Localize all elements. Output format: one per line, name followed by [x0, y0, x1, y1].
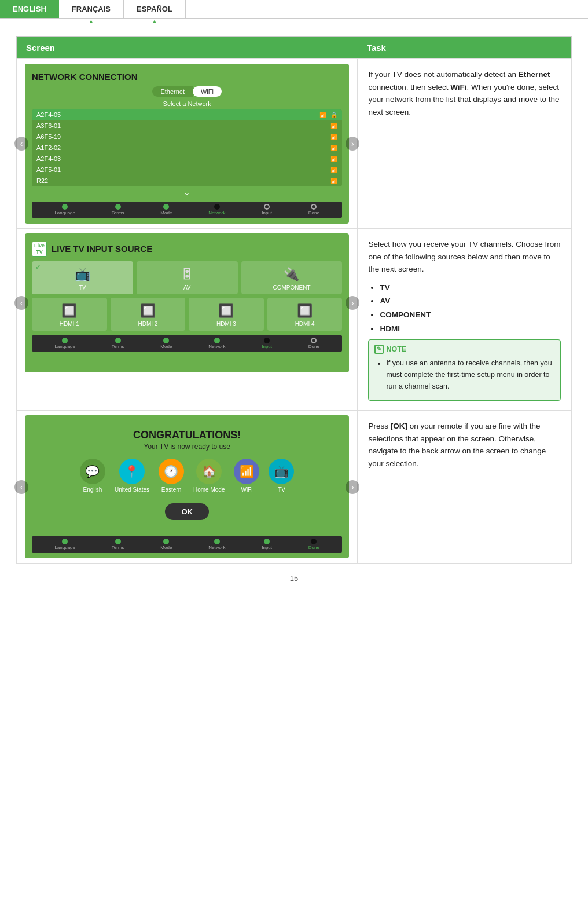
nav-dot: [62, 338, 68, 343]
network-item[interactable]: A2F4-03 📶: [32, 153, 342, 164]
note-box: ✎ NOTE If you use an antenna to receive …: [368, 339, 561, 401]
input-hdmi3[interactable]: 🔲 HDMI 3: [189, 298, 264, 331]
input-component[interactable]: 🔌 COMPONENT: [241, 261, 343, 294]
wifi-icon: 📶: [319, 112, 326, 118]
congrats-icon-unitedstates: 📍 United States: [115, 459, 149, 493]
wifi-icon: 📶: [330, 167, 337, 173]
screen-cell-congrats: ‹ CONGRATULATIONS! Your TV is now ready …: [17, 411, 358, 564]
network-tab-group: Ethernet WiFi: [32, 86, 342, 97]
network-panel: NETWORK CONNECTION Ethernet WiFi Select …: [25, 64, 349, 224]
nav-bar-livetv: Language Terms Mode: [32, 335, 342, 352]
nav-dot: [311, 539, 317, 544]
checkmark-icon: ✓: [35, 264, 41, 271]
unitedstates-icon: 📍: [119, 459, 145, 484]
nav-dot: [311, 338, 317, 343]
network-item[interactable]: A6F5-19 📶: [32, 131, 342, 142]
nav-dot: [214, 204, 220, 210]
ok-button[interactable]: OK: [165, 503, 209, 520]
congrats-icon-eastern: 🕐 Eastern: [159, 459, 184, 493]
network-title: NETWORK CONNECTION: [32, 72, 342, 82]
row-network-connection: ‹ NETWORK CONNECTION Ethernet WiFi Selec…: [17, 59, 572, 229]
network-item[interactable]: A3F6-01 📶: [32, 120, 342, 131]
ethernet-tab[interactable]: Ethernet: [152, 86, 193, 97]
network-item[interactable]: A1F2-02 📶: [32, 142, 342, 153]
nav-network: Network: [208, 204, 225, 215]
scroll-down-icon: ⌄: [32, 188, 342, 197]
congrats-icon-tv: 📺 TV: [269, 459, 294, 493]
congrats-arrow-right[interactable]: ›: [346, 480, 359, 494]
input-tv[interactable]: ✓ 📺 TV: [32, 261, 133, 294]
screen-wrapper-congrats: ‹ CONGRATULATIONS! Your TV is now ready …: [17, 415, 357, 558]
network-item[interactable]: A2F5-01 📶: [32, 164, 342, 175]
congrats-inner: CONGRATULATIONS! Your TV is now ready to…: [32, 423, 342, 532]
note-text: If you use an antenna to receive channel…: [386, 357, 554, 392]
network-arrow-left[interactable]: ‹: [14, 137, 28, 151]
note-label: ✎ NOTE: [374, 343, 554, 355]
espanol-arrow: ▲: [152, 19, 157, 24]
nav-done: Done: [308, 539, 319, 550]
nav-mode: Mode: [160, 539, 172, 550]
screen-cell-network: ‹ NETWORK CONNECTION Ethernet WiFi Selec…: [17, 59, 358, 229]
nav-terms: Terms: [112, 539, 124, 550]
note-icon: ✎: [374, 345, 384, 354]
tv-icon: 📺: [269, 459, 294, 484]
nav-mode: Mode: [160, 204, 172, 215]
page-number: 15: [0, 574, 588, 583]
nav-input: Input: [262, 338, 272, 349]
homemode-icon: 🏠: [196, 459, 222, 484]
congrats-icon-wifi: 📶 WiFi: [234, 459, 259, 493]
nav-dot: [62, 204, 68, 210]
screen-header: Screen: [17, 37, 358, 59]
congrats-title: CONGRATULATIONS!: [38, 429, 336, 441]
input-grid-row1: ✓ 📺 TV 🎛 AV 🔌 COMPONENT: [32, 261, 342, 294]
livetv-arrow-left[interactable]: ‹: [14, 296, 28, 310]
eastern-icon: 🕐: [159, 459, 184, 484]
nav-done: Done: [308, 338, 319, 349]
francais-arrow: ▲: [89, 19, 93, 24]
livetv-title: LiveTV LIVE TV INPUT SOURCE: [32, 242, 342, 257]
nav-dot: [264, 204, 270, 210]
screen-wrapper-network: ‹ NETWORK CONNECTION Ethernet WiFi Selec…: [17, 64, 357, 224]
congrats-subtitle: Your TV is now ready to use: [38, 442, 336, 451]
content-table: Screen Task ‹ NETWORK CONNECTION Etherne…: [16, 36, 572, 564]
input-hdmi4[interactable]: 🔲 HDMI 4: [267, 298, 343, 331]
nav-language: Language: [54, 539, 75, 550]
nav-input: Input: [262, 539, 272, 550]
wifi-tab[interactable]: WiFi: [193, 86, 222, 97]
nav-language: Language: [54, 338, 75, 349]
lang-tab-francais[interactable]: FRANÇAIS ▲: [59, 0, 124, 18]
hdmi4-icon: 🔲: [297, 303, 313, 319]
network-item[interactable]: R22 📶: [32, 175, 342, 186]
screen-cell-livetv: ‹ LiveTV LIVE TV INPUT SOURCE ✓ 📺 TV: [17, 229, 358, 411]
livetv-arrow-right[interactable]: ›: [346, 296, 359, 310]
task-livetv-list: TV AV COMPONENT HDMI: [368, 281, 561, 335]
nav-input: Input: [262, 204, 272, 215]
lang-tab-espanol[interactable]: ESPAÑOL ▲: [124, 0, 186, 18]
note-list: If you use an antenna to receive channel…: [374, 357, 554, 392]
input-hdmi1[interactable]: 🔲 HDMI 1: [32, 298, 107, 331]
hdmi3-icon: 🔲: [218, 303, 234, 319]
wifi-icon: 📶: [234, 459, 259, 484]
nav-bar-congrats: Language Terms Mode: [32, 536, 342, 553]
nav-dot: [214, 539, 220, 544]
select-network-label: Select a Network: [32, 100, 342, 107]
input-hdmi2[interactable]: 🔲 HDMI 2: [111, 298, 186, 331]
list-item-component: COMPONENT: [380, 309, 561, 321]
wifi-icon: 📶: [330, 123, 337, 129]
list-item-hdmi: HDMI: [380, 323, 561, 335]
congrats-panel: CONGRATULATIONS! Your TV is now ready to…: [25, 415, 349, 558]
av-icon: 🎛: [181, 267, 193, 282]
nav-dot: [163, 539, 169, 544]
network-arrow-right[interactable]: ›: [346, 137, 359, 151]
task-cell-network: If your TV does not automatically detect…: [358, 59, 572, 229]
list-item-av: AV: [380, 295, 561, 308]
nav-dot: [163, 204, 169, 210]
nav-bar-network: Language Terms Mode: [32, 202, 342, 218]
task-congrats-text: Press [OK] on your remote if you are fin…: [368, 420, 561, 470]
input-av[interactable]: 🎛 AV: [137, 261, 238, 294]
congrats-arrow-left[interactable]: ‹: [14, 480, 28, 494]
congrats-icon-english: 💬 English: [80, 459, 105, 493]
lang-tab-english[interactable]: ENGLISH: [0, 0, 59, 18]
nav-dot: [214, 338, 220, 343]
network-item[interactable]: A2F4-05 📶 🔒: [32, 109, 342, 120]
